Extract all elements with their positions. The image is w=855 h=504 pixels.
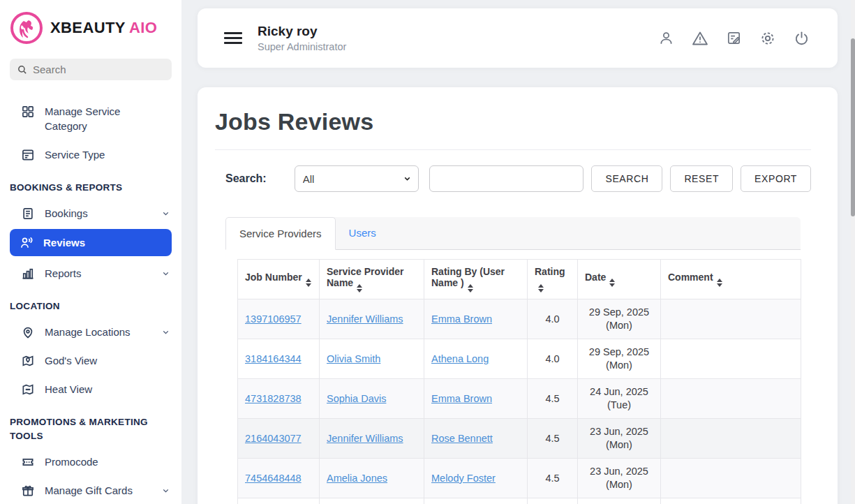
search-label: Search: xyxy=(225,172,267,185)
job-number-link[interactable]: 2164043077 xyxy=(245,433,302,444)
column-header-date[interactable]: Date xyxy=(578,260,661,299)
rated-by-link[interactable]: Emma Brown xyxy=(431,313,492,325)
sidebar-item-service-type[interactable]: Service Type xyxy=(0,142,181,168)
rating-value: 4.0 xyxy=(528,339,578,379)
person-voice-icon xyxy=(20,236,34,250)
main-area: Ricky roy Super Administrator Jobs Revie… xyxy=(181,8,855,504)
user-name: Ricky roy xyxy=(258,24,346,39)
rated-by-link[interactable]: Rose Bennett xyxy=(431,433,493,444)
hamburger-menu-icon[interactable] xyxy=(224,32,242,44)
user-block: Ricky roy Super Administrator xyxy=(258,24,346,52)
search-button[interactable]: SEARCH xyxy=(591,165,662,192)
window-scrollbar-track xyxy=(851,0,855,504)
sidebar-item-reports[interactable]: Reports xyxy=(0,260,181,286)
rated-by-link[interactable]: Athena Long xyxy=(431,353,489,364)
report-edit-icon[interactable] xyxy=(726,30,742,46)
provider-link[interactable]: Amelia Jones xyxy=(327,473,387,484)
sidebar-item-label: Reports xyxy=(45,266,82,281)
provider-link[interactable]: Jennifer Williams xyxy=(327,313,403,325)
title-divider xyxy=(215,149,811,150)
power-icon[interactable] xyxy=(794,30,810,46)
sort-icon xyxy=(306,279,311,287)
warning-icon[interactable] xyxy=(692,30,708,47)
search-input[interactable] xyxy=(429,165,584,192)
table-row: 3184164344 Olivia Smith Athena Long 4.0 … xyxy=(238,339,801,379)
column-header-comment[interactable]: Comment xyxy=(661,260,801,299)
sidebar-item-gods-view[interactable]: God's View xyxy=(0,348,181,373)
tab-strip: Service Providers Users xyxy=(225,217,801,250)
column-header-rating-by[interactable]: Rating By (User Name ) xyxy=(424,260,528,299)
rated-by-link[interactable]: Melody Foster xyxy=(431,473,496,484)
tabs-area: Service Providers Users Job Number Servi… xyxy=(225,217,801,504)
sort-icon xyxy=(609,279,615,287)
sort-icon xyxy=(468,284,473,292)
sidebar-item-label: Heat View xyxy=(45,382,92,396)
sidebar-item-label: Service Type xyxy=(45,147,105,162)
rating-value: 4.5 xyxy=(528,379,578,419)
sidebar-item-manage-gift-cards[interactable]: Manage Gift Cards xyxy=(0,477,181,503)
date-value: 29 Sep, 2025 (Mon) xyxy=(578,299,661,339)
date-value: 29 Sep, 2025 (Mon) xyxy=(578,339,661,379)
user-icon[interactable] xyxy=(658,30,674,46)
sidebar-item-promocode[interactable]: Promocode xyxy=(0,449,181,475)
provider-link[interactable]: Sophia Davis xyxy=(327,393,386,404)
rated-by-link[interactable]: Emma Brown xyxy=(431,393,492,404)
map-icon xyxy=(21,383,35,396)
sidebar-item-label: Promocode xyxy=(45,454,98,469)
tab-service-providers[interactable]: Service Providers xyxy=(225,217,336,250)
comment-value xyxy=(661,299,801,339)
column-header-provider-name[interactable]: Service Provider Name xyxy=(320,260,424,299)
job-number-link[interactable]: 1397106957 xyxy=(245,313,302,325)
sidebar-section-location: LOCATION xyxy=(0,289,181,319)
sidebar-item-heat-view[interactable]: Heat View xyxy=(0,376,181,402)
bar-chart-icon xyxy=(21,267,35,281)
table-row: 4731828738 Sophia Davis Emma Brown 4.5 2… xyxy=(238,379,801,419)
sidebar-item-reviews[interactable]: Reviews xyxy=(10,229,172,256)
brand-name-accent: AIO xyxy=(129,19,157,36)
date-value: 23 Jun, 2025 (Mon) xyxy=(578,498,661,504)
sidebar-item-label: Reviews xyxy=(43,235,85,250)
provider-link[interactable]: Olivia Smith xyxy=(327,353,380,364)
reviews-table: Job Number Service Provider Name Rating … xyxy=(237,259,801,504)
search-icon xyxy=(17,64,27,75)
tab-content: Job Number Service Provider Name Rating … xyxy=(225,250,801,504)
reset-button[interactable]: RESET xyxy=(670,165,733,192)
sidebar-item-manage-service-category[interactable]: Manage Service Category xyxy=(0,98,181,139)
search-filter-select[interactable]: All xyxy=(295,165,419,192)
chevron-down-icon xyxy=(161,327,170,336)
column-header-job-number[interactable]: Job Number xyxy=(238,260,320,299)
card-list-icon xyxy=(21,148,35,162)
sidebar-section-bookings-reports: BOOKINGS & REPORTS xyxy=(0,170,181,200)
document-lines-icon xyxy=(21,207,35,221)
rating-value: 4.0 xyxy=(528,299,578,339)
table-header-row: Job Number Service Provider Name Rating … xyxy=(238,260,801,299)
settings-icon[interactable] xyxy=(759,30,776,47)
sidebar: XBEAUTYAIO Manage Service Category Servi… xyxy=(0,0,181,504)
sidebar-search[interactable] xyxy=(10,59,172,80)
job-number-link[interactable]: 3184164344 xyxy=(245,353,302,364)
provider-link[interactable]: Jennifer Williams xyxy=(327,433,403,444)
table-row: 1643783010 Jennifer Williams Brielle Hug… xyxy=(238,498,801,504)
date-value: 23 Jun, 2025 (Mon) xyxy=(578,459,661,498)
sidebar-search-input[interactable] xyxy=(33,64,165,75)
window-scrollbar-thumb[interactable] xyxy=(851,38,855,216)
date-value: 23 Jun, 2025 (Mon) xyxy=(578,419,661,459)
sidebar-menu: Manage Service Category Service Type BOO… xyxy=(0,80,181,503)
sidebar-item-label: Manage Locations xyxy=(45,325,131,339)
sort-icon xyxy=(717,279,722,287)
tab-users[interactable]: Users xyxy=(336,217,389,249)
export-button[interactable]: EXPORT xyxy=(741,165,811,192)
rating-value: 4.5 xyxy=(528,498,578,504)
jobs-reviews-card: Jobs Reviews Search: All SEARCH RESET EX… xyxy=(198,87,838,504)
sort-icon xyxy=(357,284,362,292)
sidebar-item-manage-locations[interactable]: Manage Locations xyxy=(0,319,181,345)
chevron-down-icon xyxy=(161,486,170,495)
page-title: Jobs Reviews xyxy=(215,108,811,135)
job-number-link[interactable]: 4731828738 xyxy=(245,393,302,404)
grid-icon xyxy=(21,105,35,119)
top-header: Ricky roy Super Administrator xyxy=(198,8,838,68)
table-row: 1397106957 Jennifer Williams Emma Brown … xyxy=(238,299,801,339)
column-header-rating[interactable]: Rating xyxy=(528,260,578,299)
sidebar-item-bookings[interactable]: Bookings xyxy=(0,200,181,226)
job-number-link[interactable]: 7454648448 xyxy=(245,473,302,484)
